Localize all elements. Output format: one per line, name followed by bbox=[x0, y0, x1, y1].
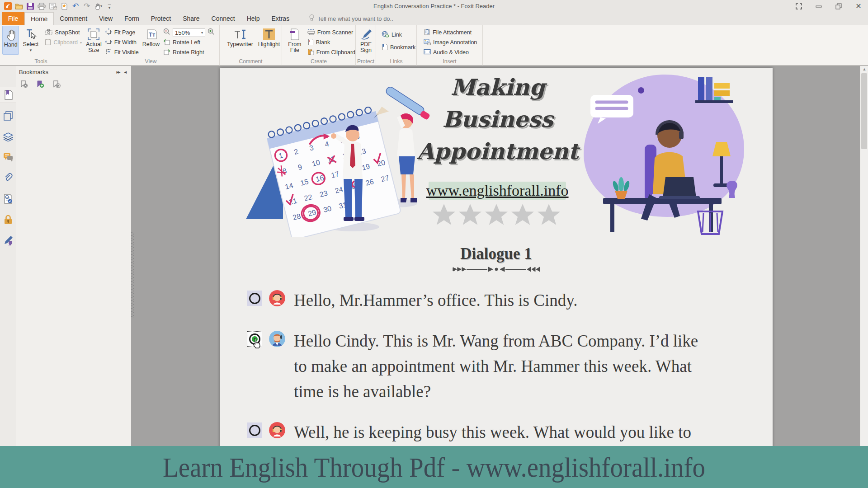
chevron-down-icon: ▾ bbox=[80, 41, 82, 45]
tab-share[interactable]: Share bbox=[177, 12, 205, 25]
scrollbar-thumb[interactable] bbox=[861, 73, 867, 149]
shelf bbox=[695, 77, 733, 103]
fullscreen-icon[interactable] bbox=[795, 2, 803, 10]
panel-splitter[interactable] bbox=[131, 232, 134, 318]
scroll-up-icon[interactable]: ▲ bbox=[860, 67, 868, 71]
fit-width-button[interactable]: Fit Width bbox=[105, 38, 139, 47]
zoom-level-select[interactable]: 150%▾ bbox=[173, 28, 205, 37]
open-file-icon[interactable] bbox=[15, 2, 23, 10]
group-label-insert: Insert bbox=[417, 58, 482, 65]
add-bookmark-icon[interactable] bbox=[36, 80, 44, 90]
customize-toolbar-icon[interactable]: ─▾ bbox=[105, 2, 113, 10]
star-rating bbox=[220, 203, 773, 226]
radio-button[interactable] bbox=[247, 291, 262, 306]
audio-video-icon bbox=[424, 49, 431, 56]
tab-extras[interactable]: Extras bbox=[265, 12, 295, 25]
chevron-down-icon: ▾ bbox=[100, 4, 102, 8]
zoom-in-icon[interactable] bbox=[208, 28, 215, 37]
image-annotation-button[interactable]: Image Annotation bbox=[424, 38, 477, 47]
ribbon-group-tools: Hand Select ▼ SnapShot Clipboard ▾ Tools bbox=[0, 25, 82, 66]
redo-icon[interactable]: ↷ bbox=[83, 2, 91, 10]
file-attachment-icon bbox=[424, 28, 430, 37]
new-document-icon[interactable] bbox=[60, 2, 68, 10]
typewriter-button[interactable]: Typewriter bbox=[226, 26, 254, 55]
link-button[interactable]: Link bbox=[382, 30, 415, 39]
bookmark-button[interactable]: Bookmark bbox=[382, 43, 415, 52]
panel-collapse-icon[interactable]: ◂ bbox=[124, 69, 127, 75]
select-button[interactable]: Select ▼ bbox=[21, 26, 40, 55]
sidebar-tab-attachments[interactable] bbox=[0, 170, 16, 186]
panel-expand-icon[interactable]: ▸▸ bbox=[116, 69, 119, 75]
fit-visible-button[interactable]: Fit Visible bbox=[105, 48, 139, 57]
blank-page-icon bbox=[307, 38, 314, 47]
tab-help[interactable]: Help bbox=[241, 12, 266, 25]
from-file-button[interactable]: From File bbox=[286, 26, 304, 55]
document-title: Making Business Appointment bbox=[410, 71, 586, 168]
reflow-button[interactable]: Tт Reflow bbox=[142, 26, 160, 55]
tab-protect[interactable]: Protect bbox=[145, 12, 177, 25]
fit-page-icon bbox=[105, 28, 112, 37]
restore-icon[interactable] bbox=[835, 2, 843, 10]
tab-connect[interactable]: Connect bbox=[206, 12, 241, 25]
hand-button[interactable]: Hand bbox=[2, 26, 19, 55]
undo-icon[interactable]: ↶ bbox=[71, 2, 80, 10]
print-icon[interactable] bbox=[38, 2, 46, 10]
star-icon bbox=[458, 203, 482, 226]
tab-view[interactable]: View bbox=[93, 12, 118, 25]
tell-me-box[interactable] bbox=[309, 12, 403, 25]
reflow-icon: Tт bbox=[145, 27, 157, 42]
tab-file[interactable]: File bbox=[2, 12, 24, 25]
ribbon-group-view: Actual Size Fit Page Fit Width Fit Visib… bbox=[82, 25, 220, 66]
sidebar-tab-layers[interactable] bbox=[0, 128, 16, 145]
lock-icon bbox=[4, 215, 13, 225]
clipboard-button[interactable]: Clipboard ▾ bbox=[45, 38, 82, 47]
quick-access-toolbar: ↶ ↷ ▾ ─▾ bbox=[0, 2, 113, 10]
sidebar-tab-protection[interactable] bbox=[0, 211, 16, 228]
foxit-logo-icon[interactable] bbox=[4, 2, 12, 10]
tab-home[interactable]: Home bbox=[24, 12, 54, 25]
hand-tool-icon[interactable]: ▾ bbox=[94, 2, 102, 10]
mail-icon[interactable] bbox=[49, 2, 57, 10]
vertical-scrollbar[interactable]: ▲ bbox=[860, 66, 868, 488]
tell-me-input[interactable] bbox=[317, 15, 403, 22]
tab-form[interactable]: Form bbox=[118, 12, 145, 25]
rotate-right-button[interactable]: Rotate Right bbox=[163, 48, 219, 57]
snapshot-button[interactable]: SnapShot bbox=[45, 28, 82, 37]
cursor-icon bbox=[251, 338, 262, 349]
titlebar: ↶ ↷ ▾ ─▾ English Conversation Practice *… bbox=[0, 0, 868, 12]
radio-button[interactable] bbox=[247, 422, 262, 438]
zoom-out-icon[interactable] bbox=[163, 28, 170, 37]
window-title: English Conversation Practice * - Foxit … bbox=[0, 3, 868, 9]
close-icon[interactable]: ✕ bbox=[854, 2, 863, 10]
banner-text: Learn English Through Pdf - www.englishf… bbox=[163, 451, 705, 483]
sidebar-tab-comments[interactable] bbox=[0, 149, 16, 165]
sidebar-tab-signatures[interactable] bbox=[0, 232, 16, 249]
expand-bookmark-icon[interactable] bbox=[52, 80, 61, 90]
pdf-sign-button[interactable]: PDF Sign bbox=[357, 26, 375, 55]
tab-comment[interactable]: Comment bbox=[54, 12, 93, 25]
radio-button-selected[interactable] bbox=[247, 331, 262, 347]
group-label-protect: Protect bbox=[356, 58, 376, 65]
dialogue-row: Hello, Mr.Hammer’s office. This is Cindy… bbox=[247, 288, 762, 313]
sidebar-tab-bookmarks[interactable] bbox=[0, 87, 16, 103]
fit-page-button[interactable]: Fit Page bbox=[105, 28, 139, 37]
dialogue-row: Well, he is keeping busy this week. What… bbox=[247, 420, 762, 445]
actual-size-button[interactable]: Actual Size bbox=[86, 26, 102, 55]
sidebar-tab-security-settings[interactable] bbox=[0, 191, 16, 207]
from-clipboard-button[interactable]: From Clipboard bbox=[307, 48, 355, 57]
group-label-tools: Tools bbox=[0, 58, 82, 65]
star-icon bbox=[432, 203, 456, 226]
document-view[interactable]: 123456 8910111213 14151617181920 2122232… bbox=[131, 66, 860, 488]
rotate-left-button[interactable]: Rotate Left bbox=[163, 38, 219, 47]
save-icon[interactable] bbox=[26, 2, 34, 10]
file-attachment-button[interactable]: File Attachment bbox=[424, 28, 477, 37]
blank-page-button[interactable]: Blank bbox=[307, 38, 355, 47]
audio-video-button[interactable]: Audio & Video bbox=[424, 48, 477, 57]
website-link[interactable]: www.englishforall.info bbox=[429, 182, 566, 200]
from-scanner-button[interactable]: From Scanner bbox=[307, 28, 355, 37]
sidebar-tab-pages[interactable] bbox=[0, 108, 16, 124]
actual-size-icon bbox=[87, 27, 100, 42]
highlight-button[interactable]: Highlight bbox=[258, 26, 280, 55]
minimize-icon[interactable] bbox=[815, 2, 823, 10]
delete-bookmark-icon[interactable] bbox=[20, 80, 28, 90]
